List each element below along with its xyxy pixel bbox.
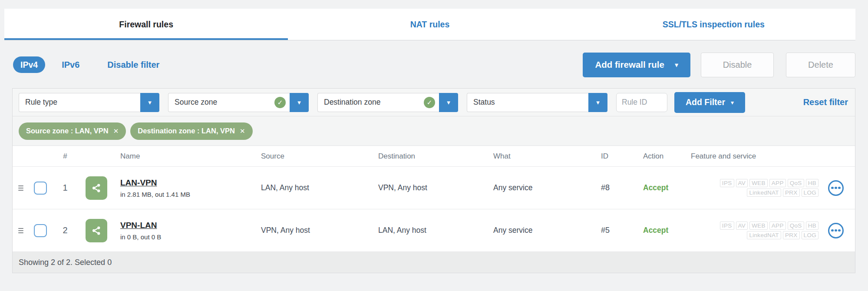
drag-handle-icon[interactable] (17, 226, 25, 235)
header-action: Action (637, 152, 685, 161)
feature-badge: IPS (720, 179, 734, 187)
active-filters-bar: Source zone : LAN, VPN ✕ Destination zon… (13, 116, 855, 146)
header-id: ID (596, 152, 637, 161)
rule-what: Any service (487, 183, 596, 192)
rule-type-select[interactable]: Rule type ▾ (19, 93, 159, 112)
table-header: # Name Source Destination What ID Action… (13, 146, 855, 167)
header-destination: Destination (372, 152, 487, 161)
status-select[interactable]: Status ▾ (467, 93, 607, 112)
source-zone-select[interactable]: Source zone ✓ ▾ (168, 93, 309, 112)
feature-badge: WEB (749, 222, 768, 230)
close-icon[interactable]: ✕ (240, 127, 245, 135)
rule-traffic: in 0 B, out 0 B (120, 233, 255, 241)
header-what: What (487, 152, 596, 161)
feature-badge: QoS (788, 179, 804, 187)
destination-zone-select[interactable]: Destination zone ✓ ▾ (317, 93, 458, 112)
add-firewall-rule-button[interactable]: Add firewall rule ▾ (583, 53, 690, 77)
header-source: Source (255, 152, 372, 161)
status-label: Status (473, 98, 588, 107)
rule-action: Accept (637, 183, 685, 192)
firewall-rules-panel: Rule type ▾ Source zone ✓ ▾ Destination … (12, 88, 855, 273)
row-menu-ellipsis-icon[interactable] (828, 223, 844, 238)
ipv6-toggle[interactable]: IPv6 (62, 60, 79, 70)
feature-badges: IPS AV WEB APP QoS HB LinkedNAT PRX LOG (720, 222, 818, 239)
source-zone-label: Source zone (175, 98, 274, 107)
row-number: 2 (52, 225, 79, 235)
row-checkbox[interactable] (34, 224, 47, 237)
header-name: Name (116, 152, 255, 161)
feature-badge: QoS (788, 222, 804, 230)
chevron-down-icon: ▾ (675, 61, 678, 69)
share-zone-icon (86, 176, 107, 200)
feature-badge: HB (806, 179, 818, 187)
tab-ssl-tls-inspection-rules[interactable]: SSL/TLS inspection rules (572, 9, 855, 40)
destination-zone-dropdown-button[interactable]: ▾ (439, 93, 458, 112)
rule-id: #8 (596, 183, 637, 192)
filter-chip-source-zone[interactable]: Source zone : LAN, VPN ✕ (19, 122, 126, 140)
table-row: 1 LAN-VPN in 2.81 MB, out 1.41 MB LAN, A… (13, 167, 855, 209)
rule-type-label: Rule type (25, 98, 140, 107)
chevron-down-icon: ▾ (297, 99, 301, 106)
rule-destination: VPN, Any host (372, 183, 487, 192)
add-filter-button[interactable]: Add Filter ▾ (674, 92, 745, 113)
rule-type-dropdown-button[interactable]: ▾ (140, 93, 159, 112)
feature-badge: WEB (749, 179, 768, 187)
drag-handle-icon[interactable] (17, 184, 25, 192)
feature-badge: LOG (802, 231, 818, 239)
chevron-down-icon: ▾ (596, 99, 600, 106)
feature-badge: LOG (802, 188, 818, 197)
row-number: 1 (52, 183, 79, 193)
rule-destination: LAN, Any host (372, 226, 487, 235)
rule-id-input[interactable] (616, 93, 667, 112)
share-zone-icon (86, 219, 107, 242)
source-zone-dropdown-button[interactable]: ▾ (290, 93, 309, 112)
reset-filter-link[interactable]: Reset filter (803, 97, 848, 107)
header-num: # (52, 152, 79, 161)
disable-button[interactable]: Disable (701, 53, 774, 77)
filter-chip-label: Source zone : LAN, VPN (26, 127, 109, 135)
close-icon[interactable]: ✕ (113, 127, 119, 135)
feature-badge: HB (806, 222, 818, 230)
chevron-down-icon: ▾ (731, 99, 734, 106)
row-checkbox[interactable] (34, 182, 47, 195)
feature-badge: PRX (783, 188, 800, 197)
feature-badge: AV (736, 222, 748, 230)
tab-firewall-rules[interactable]: Firewall rules (4, 9, 288, 40)
rule-id: #5 (596, 226, 637, 235)
destination-zone-label: Destination zone (324, 98, 424, 107)
feature-badge: PRX (783, 231, 800, 239)
feature-badge: APP (769, 222, 786, 230)
disable-filter-link[interactable]: Disable filter (107, 60, 159, 70)
rules-tab-bar: Firewall rules NAT rules SSL/TLS inspect… (4, 9, 855, 40)
filter-applied-check-icon: ✓ (274, 97, 286, 108)
rule-action: Accept (637, 226, 685, 235)
rule-type-select-value: Rule type (19, 93, 140, 112)
ipv4-toggle[interactable]: IPv4 (13, 56, 45, 73)
status-dropdown-button[interactable]: ▾ (588, 93, 607, 112)
table-row: 2 VPN-LAN in 0 B, out 0 B VPN, Any host … (13, 209, 855, 252)
rule-name-link[interactable]: LAN-VPN (120, 178, 157, 188)
destination-zone-select-value: Destination zone ✓ (317, 93, 439, 112)
rule-source: VPN, Any host (255, 226, 372, 235)
row-menu-ellipsis-icon[interactable] (828, 180, 844, 196)
filter-bar: Rule type ▾ Source zone ✓ ▾ Destination … (13, 89, 855, 116)
source-zone-select-value: Source zone ✓ (168, 93, 290, 112)
feature-badge: AV (736, 179, 748, 187)
rule-what: Any service (487, 226, 596, 235)
rule-traffic: in 2.81 MB, out 1.41 MB (120, 191, 255, 198)
toolbar: IPv4 IPv6 Disable filter Add firewall ru… (13, 52, 855, 77)
add-firewall-rule-label: Add firewall rule (595, 60, 664, 70)
filter-chip-destination-zone[interactable]: Destination zone : LAN, VPN ✕ (130, 122, 252, 140)
filter-applied-check-icon: ✓ (424, 97, 435, 108)
feature-badges: IPS AV WEB APP QoS HB LinkedNAT PRX LOG (720, 179, 818, 197)
rule-name-link[interactable]: VPN-LAN (120, 221, 157, 230)
filter-chip-label: Destination zone : LAN, VPN (138, 127, 235, 135)
header-feature-and-service: Feature and service (685, 152, 855, 161)
table-footer-status: Showing 2 of 2. Selected 0 (13, 252, 855, 273)
delete-button[interactable]: Delete (786, 53, 855, 77)
rule-source: LAN, Any host (255, 183, 372, 192)
add-filter-label: Add Filter (686, 97, 725, 107)
feature-badge: LinkedNAT (747, 231, 781, 239)
tab-nat-rules[interactable]: NAT rules (288, 9, 571, 40)
status-select-value: Status (467, 93, 588, 112)
